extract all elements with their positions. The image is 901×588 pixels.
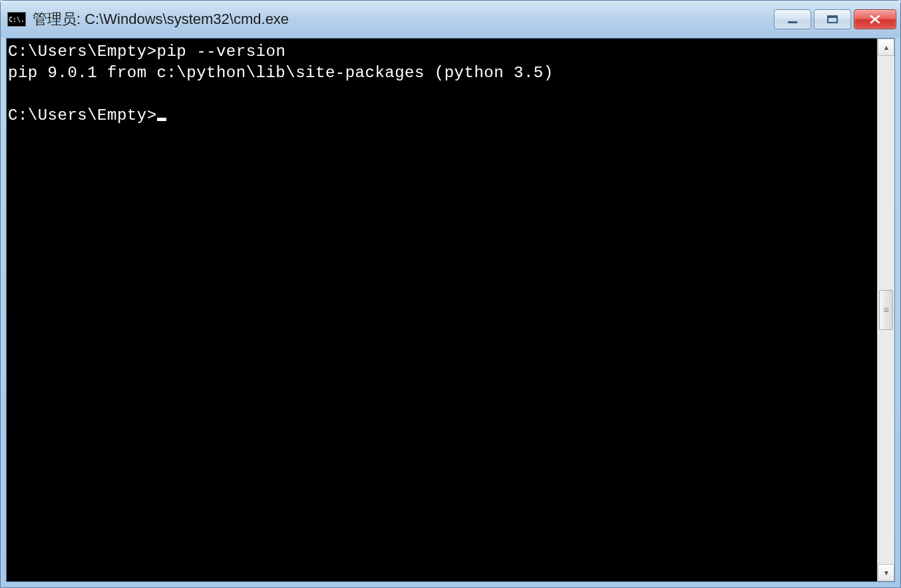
vertical-scrollbar[interactable]: ▴ ▾ <box>877 39 894 581</box>
cmd-window: C:\. 管理员: C:\Windows\system32\cmd.exe <box>0 0 901 588</box>
scroll-track[interactable] <box>878 56 894 564</box>
scroll-up-button[interactable]: ▴ <box>878 39 894 56</box>
close-icon <box>868 14 882 25</box>
prompt-1: C:\Users\Empty> <box>8 43 157 61</box>
window-title: 管理员: C:\Windows\system32\cmd.exe <box>33 9 774 29</box>
command-1: pip --version <box>157 43 286 61</box>
terminal-output[interactable]: C:\Users\Empty>pip --version pip 9.0.1 f… <box>7 39 877 581</box>
close-button[interactable] <box>854 9 896 29</box>
window-controls <box>774 9 896 29</box>
maximize-button[interactable] <box>814 9 851 29</box>
cmd-app-icon: C:\. <box>7 12 26 27</box>
scroll-down-button[interactable]: ▾ <box>878 564 894 581</box>
client-area: C:\Users\Empty>pip --version pip 9.0.1 f… <box>6 38 895 582</box>
minimize-icon <box>787 15 799 24</box>
maximize-icon <box>826 15 838 24</box>
svg-rect-1 <box>828 16 837 23</box>
prompt-2: C:\Users\Empty> <box>8 106 157 124</box>
svg-rect-0 <box>788 21 797 23</box>
titlebar[interactable]: C:\. 管理员: C:\Windows\system32\cmd.exe <box>1 1 900 38</box>
cmd-icon-text: C:\. <box>9 16 25 23</box>
svg-rect-2 <box>828 16 837 18</box>
minimize-button[interactable] <box>774 9 811 29</box>
output-line-1: pip 9.0.1 from c:\python\lib\site-packag… <box>8 64 554 82</box>
cursor <box>157 118 166 121</box>
scroll-thumb[interactable] <box>879 290 893 330</box>
